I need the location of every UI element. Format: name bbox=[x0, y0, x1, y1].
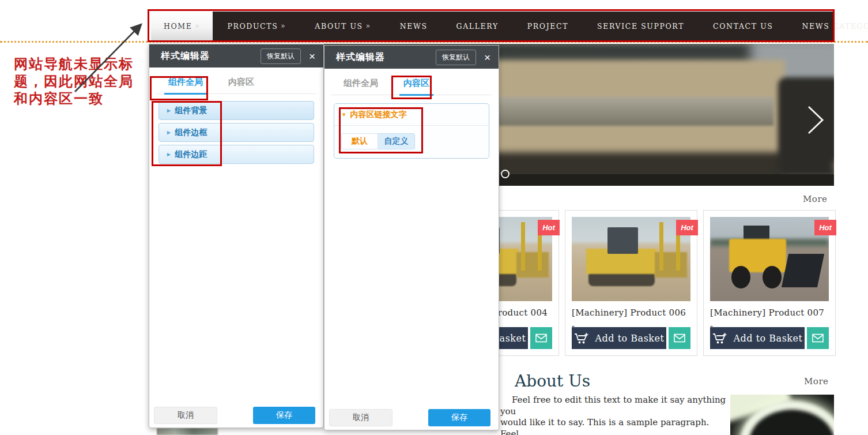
slider-photo-bucket-bar bbox=[471, 97, 773, 126]
envelope-icon bbox=[535, 333, 547, 343]
product-card-007: Hot [Machinery] Product 007 - M23456789X… bbox=[703, 210, 836, 356]
nav-item-news[interactable]: NEWS bbox=[386, 12, 442, 40]
expanded-arrow-icon: ▾ bbox=[342, 111, 346, 118]
nav-item-contact-us[interactable]: CONTACT US bbox=[699, 12, 787, 40]
accordion-item-label: 内容区链接文字 bbox=[350, 110, 407, 120]
background-photo-sliver bbox=[157, 428, 218, 435]
nav-item-project[interactable]: PROJECT bbox=[513, 12, 583, 40]
nav-item-service-support[interactable]: SERVICE SUPPORT bbox=[583, 12, 699, 40]
about-us-heading: About Us bbox=[515, 372, 590, 391]
nav-item-label: ABOUT US bbox=[315, 22, 363, 31]
panel-tabs: 组件全局 内容区 bbox=[156, 77, 316, 94]
accordion-expanded-section: ▾ 内容区链接文字 默认 自定义 bbox=[334, 103, 489, 159]
save-button[interactable]: 保存 bbox=[428, 409, 490, 426]
about-more-link[interactable]: More bbox=[804, 376, 828, 387]
style-editor-panel-global: 样式编辑器 恢复默认 × 组件全局 内容区 ▸ 组件背景 ▸ 组件边框 ▸ 组件… bbox=[149, 44, 324, 428]
style-editor-panel-content: 样式编辑器 恢复默认 × 组件全局 内容区 ▾ 内容区链接文字 默认 自定义 取… bbox=[324, 45, 499, 430]
photo-shape bbox=[731, 266, 750, 288]
nav-item-label: CONTACT US bbox=[713, 22, 773, 31]
accordion-list: ▸ 组件背景 ▸ 组件边框 ▸ 组件边距 bbox=[158, 101, 314, 164]
add-to-basket-button[interactable]: Add to Basket bbox=[710, 327, 805, 349]
product-actions: Add to Basket bbox=[572, 327, 690, 349]
hot-badge: Hot bbox=[814, 220, 836, 235]
nav-item-home[interactable]: HOME » bbox=[151, 12, 213, 40]
product-photo bbox=[710, 217, 829, 301]
add-to-basket-label: Add to Basket bbox=[595, 333, 665, 344]
about-paragraph: Feel free to edit this text to make it s… bbox=[500, 395, 729, 435]
chevron-down-icon: » bbox=[195, 22, 200, 30]
enquiry-envelope-button[interactable] bbox=[807, 327, 829, 349]
chevron-down-icon: » bbox=[366, 22, 371, 30]
slider-next-arrow-icon[interactable] bbox=[806, 104, 827, 136]
accordion-item-content-link-text[interactable]: ▾ 内容区链接文字 bbox=[334, 104, 489, 126]
photo-shape bbox=[521, 222, 525, 271]
about-paragraph-line: Feel free to edit this text to make it s… bbox=[500, 395, 729, 417]
hot-badge: Hot bbox=[538, 220, 560, 235]
enquiry-envelope-button[interactable] bbox=[669, 327, 690, 349]
accordion-item-label: 组件边距 bbox=[175, 149, 207, 160]
panel-tabs: 组件全局 内容区 bbox=[331, 78, 492, 95]
about-photo bbox=[730, 395, 834, 435]
segment-default[interactable]: 默认 bbox=[341, 133, 378, 149]
cancel-button[interactable]: 取消 bbox=[154, 407, 217, 424]
annotation-arrow bbox=[49, 16, 150, 100]
nav-item-gallery[interactable]: GALLERY bbox=[442, 12, 513, 40]
main-navbar: HOME » PRODUCTS » ABOUT US » NEWS GALLER… bbox=[151, 12, 833, 40]
products-more-link[interactable]: More bbox=[803, 194, 827, 204]
about-paragraph-line: would like it to say. This is a sample p… bbox=[500, 417, 729, 435]
collapsed-arrow-icon: ▸ bbox=[167, 129, 171, 136]
chevron-down-icon: » bbox=[281, 22, 286, 30]
nav-item-label: SERVICE SUPPORT bbox=[597, 22, 684, 31]
nav-item-label: PRODUCTS bbox=[227, 22, 278, 31]
nav-item-label: HOME bbox=[164, 22, 192, 31]
editor-screenshot: HOME » PRODUCTS » ABOUT US » NEWS GALLER… bbox=[0, 0, 868, 435]
panel-title: 样式编辑器 bbox=[336, 51, 436, 63]
panel-header: 样式编辑器 恢复默认 × bbox=[324, 46, 499, 69]
product-photo bbox=[572, 217, 690, 301]
save-button[interactable]: 保存 bbox=[253, 407, 315, 424]
nav-item-label: NEWS CATEGORY 01 bbox=[802, 22, 868, 31]
tab-component-global[interactable]: 组件全局 bbox=[164, 77, 207, 95]
restore-default-button[interactable]: 恢复默认 bbox=[436, 50, 476, 65]
slider-pagination-dot[interactable] bbox=[501, 170, 510, 178]
tab-content-area[interactable]: 内容区 bbox=[399, 78, 433, 96]
photo-shape bbox=[763, 266, 782, 288]
restore-default-button[interactable]: 恢复默认 bbox=[261, 48, 301, 64]
close-icon[interactable]: × bbox=[484, 52, 490, 63]
tab-content-area[interactable]: 内容区 bbox=[224, 77, 258, 93]
nav-item-about-us[interactable]: ABOUT US » bbox=[300, 12, 385, 40]
hot-badge: Hot bbox=[676, 220, 698, 235]
photo-shape bbox=[782, 254, 824, 287]
nav-item-products[interactable]: PRODUCTS » bbox=[213, 12, 300, 40]
panel-footer: 取消 保存 bbox=[154, 407, 315, 424]
cart-plus-icon bbox=[712, 332, 728, 344]
accordion-item-label: 组件边框 bbox=[175, 127, 207, 138]
product-actions: Add to Basket bbox=[710, 327, 829, 349]
close-icon[interactable]: × bbox=[309, 51, 315, 62]
tab-component-global[interactable]: 组件全局 bbox=[339, 78, 382, 95]
envelope-icon bbox=[674, 333, 685, 343]
nav-item-label: NEWS bbox=[400, 22, 428, 31]
nav-item-label: PROJECT bbox=[527, 22, 568, 31]
accordion-item-label: 组件背景 bbox=[175, 106, 207, 116]
cart-plus-icon bbox=[574, 332, 590, 344]
accordion-item-component-background[interactable]: ▸ 组件背景 bbox=[158, 101, 314, 120]
nav-item-news-category-01[interactable]: NEWS CATEGORY 01 bbox=[787, 12, 868, 40]
add-to-basket-label: Add to Basket bbox=[734, 333, 803, 344]
photo-shape bbox=[659, 222, 663, 271]
accordion-item-component-margin[interactable]: ▸ 组件边距 bbox=[158, 145, 314, 164]
product-card-006: Hot [Machinery] Product 006 - M23456789X… bbox=[565, 210, 697, 356]
accordion-item-component-border[interactable]: ▸ 组件边框 bbox=[158, 123, 314, 142]
collapsed-arrow-icon: ▸ bbox=[167, 151, 171, 158]
panel-title: 样式编辑器 bbox=[161, 50, 261, 62]
panel-footer: 取消 保存 bbox=[329, 409, 490, 426]
segment-custom[interactable]: 自定义 bbox=[378, 133, 415, 149]
add-to-basket-button[interactable]: Add to Basket bbox=[572, 327, 666, 349]
cancel-button[interactable]: 取消 bbox=[329, 409, 393, 426]
envelope-icon bbox=[812, 333, 824, 343]
enquiry-envelope-button[interactable] bbox=[530, 327, 552, 349]
panel-header: 样式编辑器 恢复默认 × bbox=[149, 44, 323, 68]
accordion-body: 默认 自定义 bbox=[334, 126, 489, 158]
photo-shape bbox=[607, 227, 639, 254]
collapsed-arrow-icon: ▸ bbox=[167, 107, 171, 114]
